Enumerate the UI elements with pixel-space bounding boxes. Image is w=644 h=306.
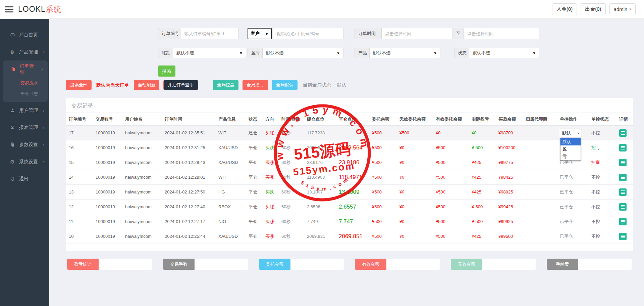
time-start-input[interactable] [381, 28, 453, 39]
profit-loss-select[interactable]: 默认不选∨ [262, 48, 343, 58]
search-button[interactable]: 搜索 [158, 65, 175, 77]
cell-direction: 买涨 [263, 229, 279, 244]
sidebar-item-product[interactable]: ฿产品管理› [0, 43, 49, 60]
sidebar-item-close-log[interactable]: 平仓日志 [3, 88, 48, 99]
cell-entrust: ¥500 [369, 185, 397, 200]
toolbar-today-default-button[interactable]: 默认为当天订单 [96, 80, 130, 90]
cell-control_state: 不控 [589, 200, 616, 214]
control-option[interactable]: 亏 [560, 153, 581, 160]
detail-icon-button[interactable] [619, 174, 627, 181]
table-row: 1710000019haiwaiymcom2024-01-02 12:35:51… [66, 126, 633, 140]
control-select[interactable]: 默认∨ [560, 129, 582, 137]
cell-status: 平仓 [246, 155, 263, 170]
cell-entrust: ¥500 [369, 140, 397, 155]
detail-icon-button[interactable] [619, 233, 627, 240]
updown-filter-group: 涨跌 默认不选∨ [158, 48, 246, 58]
cell-account: 10000019 [93, 170, 122, 185]
sidebar-item-home[interactable]: 后台首页 [0, 26, 49, 43]
cell-product: NIO [216, 214, 246, 229]
column-header: 委托余额 [369, 113, 397, 126]
cell-id: 10 [66, 229, 93, 244]
deposit-button[interactable]: 入金(0) [552, 3, 577, 15]
orders-icon [10, 67, 16, 72]
stat-value-box-fee [578, 259, 632, 270]
toolbar-global-default-button[interactable]: 全局默认 [272, 80, 298, 90]
control-dropdown-menu: 默认盈亏 [560, 138, 581, 161]
cell-profit: ¥425 [469, 170, 496, 185]
sidebar-item-label: 报表管理 [19, 125, 38, 131]
brand-text-accent: 系统 [46, 5, 62, 13]
updown-label: 涨跌 [158, 48, 173, 58]
detail-icon-button[interactable] [619, 188, 627, 196]
cell-agent [523, 185, 557, 200]
cell-control: 已平仓 [557, 214, 589, 229]
cell-duration: 60秒 [279, 140, 304, 155]
cell-control: 已平仓 [557, 200, 589, 214]
stat-value-box-profit [99, 259, 152, 270]
cell-invalid: ¥0 [397, 214, 433, 229]
cell-profit: ¥425 [469, 155, 496, 170]
orders-table: 订单编号交易账号用户姓名订单时间产品信息状态方向时间/点数建仓点位平仓点位委托余… [66, 113, 633, 244]
table-row: 1610000019haiwaiymcom2024-01-02 12:31:25… [66, 140, 633, 155]
cell-invalid: ¥0 [397, 155, 433, 170]
cell-profit: ¥425 [469, 185, 496, 200]
control-option[interactable]: 默认 [560, 138, 581, 145]
cell-id: 12 [66, 200, 93, 214]
chevron-right-icon: › [43, 159, 45, 165]
toolbar-order-listen-button[interactable]: 开启订单监听 [163, 80, 198, 90]
cell-invalid: ¥0 [397, 170, 433, 185]
chevron-down-icon: ∨ [239, 51, 243, 55]
time-end-input[interactable] [464, 28, 539, 39]
cell-detail [616, 185, 633, 200]
detail-icon-button[interactable] [619, 218, 627, 225]
detail-icon-button[interactable] [619, 144, 627, 151]
control-option[interactable]: 盈 [560, 145, 581, 153]
customer-type-select[interactable]: 客户∨ [248, 28, 272, 39]
chevron-down-icon: ∨ [533, 51, 536, 55]
cell-account: 10000019 [93, 200, 122, 214]
sidebar-item-params[interactable]: 参数设置› [0, 136, 49, 153]
detail-icon-button[interactable] [619, 129, 627, 137]
cell-account: 10000019 [93, 229, 122, 244]
toolbar-global-win-button[interactable]: 全局控赢 [213, 80, 238, 90]
detail-icon-button[interactable] [619, 203, 627, 211]
cell-status: 平仓 [246, 229, 263, 244]
cell-control_state: 控赢 [589, 155, 616, 170]
sidebar-item-trade-flow[interactable]: 交易流水 [3, 78, 48, 88]
cell-close: 2069.851 [336, 229, 369, 244]
order-no-input[interactable] [181, 28, 238, 39]
sidebar-item-report[interactable]: ¥报表管理› [0, 119, 49, 136]
admin-menu-button[interactable]: admin▾ [609, 3, 636, 15]
cell-valid: ¥500 [433, 170, 469, 185]
card-title: 交易记录 [66, 98, 633, 113]
cell-name: haiwaiymcom [122, 170, 162, 185]
status-select[interactable]: 默认不选∨ [469, 48, 539, 58]
sidebar-item-system[interactable]: ⚙系统设置› [0, 153, 49, 170]
toolbar-search-all-button[interactable]: 搜索全部 [66, 80, 92, 90]
order-time-filter-group: 订单时间 至 [355, 28, 539, 39]
detail-icon-button[interactable] [619, 159, 627, 166]
sidebar-item-user[interactable]: 用户管理› [0, 102, 49, 119]
sidebar-item-logout[interactable]: 退出 [0, 170, 49, 187]
updown-select[interactable]: 默认不选∨ [173, 48, 246, 58]
cell-control_state: 不控 [589, 229, 616, 244]
toolbar-global-lose-button[interactable]: 全局控亏 [243, 80, 268, 90]
withdraw-button[interactable]: 出金(0) [581, 3, 605, 15]
cell-invalid: ¥500 [397, 126, 433, 140]
stat-invalid-amount: 无效金额 [451, 259, 536, 270]
cell-invalid: ¥0 [397, 140, 433, 155]
chevron-down-icon: ∨ [337, 51, 340, 55]
stat-value-box-volume [195, 259, 248, 270]
cell-valid: ¥0 [433, 126, 469, 140]
profit-loss-label: 盈亏 [248, 48, 262, 58]
customer-input[interactable] [273, 28, 344, 39]
cell-open: 23.9176 [304, 155, 336, 170]
toolbar-auto-refresh-button[interactable]: 自动刷新 [134, 80, 159, 90]
table-row: 1410000019haiwaiymcom2024-01-02 12:28:01… [66, 170, 633, 185]
menu-toggle-icon[interactable] [5, 6, 13, 12]
cell-entrust: ¥500 [369, 126, 397, 140]
product-select[interactable]: 默认不选∨ [369, 48, 440, 58]
logout-icon [9, 176, 15, 181]
brand-logo[interactable]: LOOKL系统 [18, 4, 62, 14]
sidebar-item-order[interactable]: 订单管理› [3, 60, 48, 78]
